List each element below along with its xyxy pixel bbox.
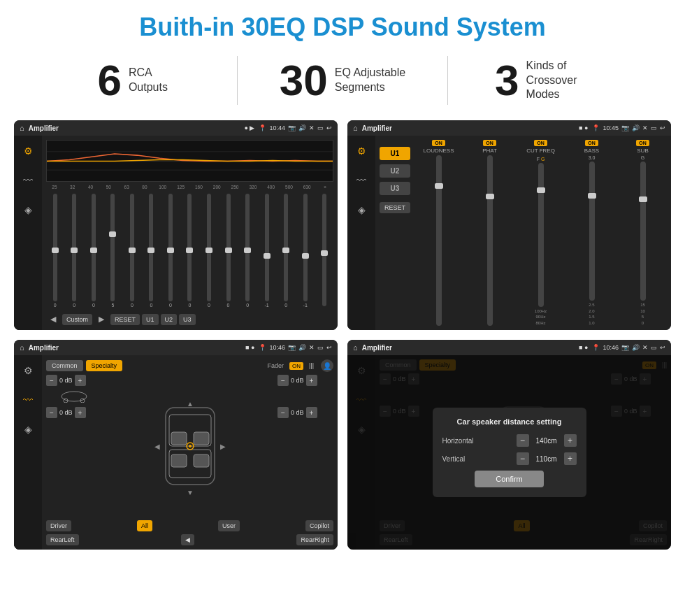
- cutfreq-slider[interactable]: [538, 163, 544, 307]
- fader-right-spacer: [277, 389, 333, 403]
- dialog-status-bar: ⌂ Amplifier ■ ● 📍 10:46 📷 🔊 ✕ ▭ ↩: [347, 340, 671, 355]
- cr-window-icon: ▭: [651, 124, 657, 131]
- dl-close-icon: ✕: [642, 344, 648, 351]
- driver-btn[interactable]: Driver: [46, 520, 71, 531]
- loudness-slider[interactable]: [436, 155, 442, 326]
- vertical-value: 110cm: [533, 455, 561, 463]
- cr-location-icon: 📍: [592, 124, 600, 131]
- fader-main-panel: Common Specialty Fader ON ||| 👤 − 0 dB +: [42, 355, 338, 550]
- slider-400[interactable]: 0: [277, 194, 295, 308]
- page-title: Buith-in 30EQ DSP Sound System: [0, 0, 685, 49]
- home-icon-4: ⌂: [353, 343, 358, 352]
- fader-body: − 0 dB + −: [46, 375, 333, 517]
- fader-dots: ■ ●: [245, 344, 254, 351]
- u1-btn[interactable]: U1: [380, 147, 410, 160]
- bass-on: ON: [585, 140, 598, 146]
- db-minus-4[interactable]: −: [277, 407, 289, 418]
- fd-side-icon-1[interactable]: ⚙: [18, 361, 38, 380]
- cr-volume-icon: 🔊: [632, 124, 640, 131]
- eq-side-icon-2[interactable]: 〰: [18, 171, 38, 190]
- slider-250[interactable]: 0: [238, 194, 257, 308]
- db-minus-1[interactable]: −: [46, 375, 57, 386]
- slider-320[interactable]: -1: [258, 194, 276, 308]
- eq-next-btn[interactable]: ▶: [94, 313, 108, 326]
- db-plus-2[interactable]: +: [75, 407, 86, 418]
- crossover-content: ⚙ 〰 ◈ U1 U2 U3 RESET ON LOUDNESS: [347, 136, 671, 330]
- db-plus-1[interactable]: +: [75, 375, 86, 386]
- stat-number-crossover: 3: [495, 59, 519, 102]
- fader-bars: |||: [309, 362, 314, 369]
- svg-rect-11: [171, 454, 187, 467]
- confirm-button[interactable]: Confirm: [475, 471, 544, 487]
- fader-content: ⚙ 〰 ◈ Common Specialty Fader ON ||| 👤: [14, 355, 338, 550]
- fd-side-icon-3[interactable]: ◈: [18, 420, 38, 439]
- dialog-dots: ■ ●: [579, 344, 588, 351]
- cr-reset-btn[interactable]: RESET: [380, 202, 410, 213]
- fader-status-bar: ⌂ Amplifier ■ ● 📍 10:46 📷 🔊 ✕ ▭ ↩: [14, 340, 338, 355]
- eq-u2-btn[interactable]: U2: [161, 314, 178, 325]
- vertical-plus-btn[interactable]: +: [564, 452, 577, 465]
- slider-200[interactable]: 0: [219, 194, 238, 308]
- fader-title: Amplifier: [29, 344, 241, 352]
- all-btn[interactable]: All: [137, 520, 152, 531]
- rearright-btn[interactable]: RearRight: [296, 534, 333, 545]
- stat-crossover: 3 Kinds ofCrossover Modes: [462, 59, 643, 102]
- fader-left-controls: − 0 dB + −: [46, 375, 102, 517]
- eq-custom-btn[interactable]: Custom: [62, 314, 92, 325]
- vertical-minus-btn[interactable]: −: [517, 452, 529, 465]
- phat-label: PHAT: [482, 148, 497, 154]
- slider-160[interactable]: 0: [200, 194, 218, 308]
- db-minus-3[interactable]: −: [277, 375, 289, 386]
- slider-630[interactable]: [315, 194, 333, 308]
- loudness-on: ON: [432, 140, 445, 146]
- fader-screen-card: ⌂ Amplifier ■ ● 📍 10:46 📷 🔊 ✕ ▭ ↩ ⚙ 〰 ◈ …: [14, 340, 338, 550]
- copilot-btn[interactable]: Copilot: [305, 520, 333, 531]
- u2-btn[interactable]: U2: [380, 164, 410, 178]
- fader-row2: RearLeft ◀ RearRight: [46, 534, 333, 545]
- db-plus-4[interactable]: +: [306, 407, 317, 418]
- slider-50[interactable]: 5: [104, 194, 122, 308]
- u3-btn[interactable]: U3: [380, 182, 410, 195]
- crossover-screen-card: ⌂ Amplifier ■ ● 📍 10:45 📷 🔊 ✕ ▭ ↩ ⚙ 〰 ◈ …: [347, 120, 671, 330]
- slider-63[interactable]: 0: [123, 194, 141, 308]
- cr-side-icon-3[interactable]: ◈: [352, 200, 371, 220]
- eq-u1-btn[interactable]: U1: [142, 314, 159, 325]
- fader-car-icon: [46, 389, 102, 403]
- fd-side-icon-2[interactable]: 〰: [18, 390, 38, 410]
- cr-back-icon: ↩: [660, 124, 665, 131]
- phat-slider[interactable]: [487, 155, 493, 326]
- eq-window-icon: ▭: [317, 124, 324, 131]
- bass-slider[interactable]: [589, 162, 595, 301]
- fd-location-icon: 📍: [259, 344, 266, 351]
- eq-prev-btn[interactable]: ◀: [46, 313, 60, 326]
- slider-125[interactable]: 0: [181, 194, 199, 308]
- cr-side-icon-1[interactable]: ⚙: [352, 141, 371, 161]
- eq-u3-btn[interactable]: U3: [179, 314, 196, 325]
- eq-side-icon-3[interactable]: ◈: [18, 200, 38, 220]
- eq-reset-btn[interactable]: RESET: [110, 314, 140, 325]
- db-plus-3[interactable]: +: [306, 375, 317, 386]
- slider-32[interactable]: 0: [66, 194, 84, 308]
- slider-80[interactable]: 0: [143, 194, 161, 308]
- horizontal-minus-btn[interactable]: −: [517, 434, 529, 447]
- common-tab[interactable]: Common: [46, 360, 83, 371]
- rearleft-btn[interactable]: RearLeft: [46, 534, 79, 545]
- user-btn[interactable]: User: [218, 520, 240, 531]
- eq-dots: ● ▶: [245, 124, 255, 131]
- db-val-3: 0 dB: [291, 377, 304, 384]
- eq-side-icon-1[interactable]: ⚙: [18, 141, 38, 161]
- dl-window-icon: ▭: [651, 344, 657, 351]
- slider-500[interactable]: -1: [296, 194, 315, 308]
- stat-rca: 6 RCAOutputs: [42, 59, 223, 102]
- slider-25[interactable]: 0: [46, 194, 64, 308]
- horizontal-plus-btn[interactable]: +: [564, 434, 577, 447]
- db-row-3: − 0 dB +: [277, 375, 333, 386]
- sub-slider[interactable]: [640, 162, 646, 301]
- slider-100[interactable]: 0: [161, 194, 180, 308]
- slider-40[interactable]: 0: [85, 194, 103, 308]
- specialty-tab[interactable]: Specialty: [86, 360, 123, 371]
- db-minus-2[interactable]: −: [46, 407, 57, 418]
- eq-volume-icon: 🔊: [298, 124, 306, 131]
- cr-side-icon-2[interactable]: 〰: [352, 171, 371, 190]
- sub-label: SUB: [637, 148, 648, 154]
